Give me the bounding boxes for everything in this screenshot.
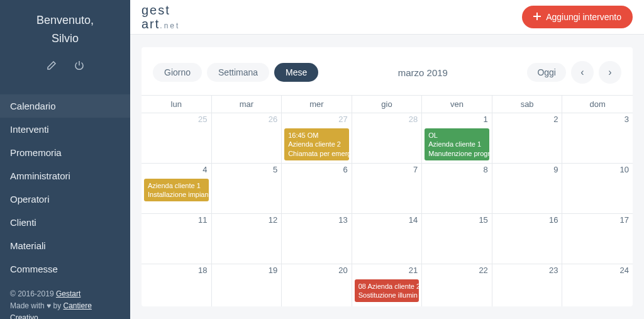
prev-button[interactable]: ‹ <box>571 61 594 84</box>
sidebar-footer: © 2016-2019 Gestart Made with ♥ by Canti… <box>0 281 130 319</box>
calendar-day[interactable]: 2 <box>492 113 563 163</box>
sidebar-item-operatori[interactable]: Operatori <box>0 187 130 211</box>
power-icon[interactable] <box>74 60 84 73</box>
event-line2: Azienda cliente 2 <box>288 140 345 148</box>
tab-week[interactable]: Settimana <box>207 63 269 82</box>
sidebar-item-clienti[interactable]: Clienti <box>0 211 130 234</box>
welcome-label: Benvenuto, <box>0 14 130 27</box>
day-number: 28 <box>409 115 418 124</box>
calendar-card: Giorno Settimana Mese marzo 2019 Oggi ‹ … <box>142 47 633 306</box>
topbar: gest art.net Aggiungi intervento <box>130 0 644 35</box>
calendar-day[interactable]: 5 <box>212 164 282 213</box>
calendar-day[interactable]: 26 <box>212 113 282 163</box>
calendar-day[interactable]: 4Azienda cliente 1Installazione impian <box>142 164 212 213</box>
today-button[interactable]: Oggi <box>527 63 566 82</box>
dow-gio: gio <box>352 96 423 113</box>
sidebar-item-calendario[interactable]: Calendario <box>0 94 130 118</box>
day-number: 12 <box>269 215 277 225</box>
add-intervention-button[interactable]: Aggiungi intervento <box>522 6 633 28</box>
day-number: 10 <box>620 165 629 174</box>
logo[interactable]: gest art.net <box>142 3 180 31</box>
welcome-block: Benvenuto, Silvio <box>0 0 130 53</box>
day-number: 8 <box>484 165 488 174</box>
calendar-day[interactable]: 16 <box>492 214 563 264</box>
calendar-week: 1819202108 Azienda cliente 2Sostituzione… <box>142 264 633 306</box>
made-with-text: Made with <box>10 301 47 310</box>
calendar-grid: lun mar mer gio ven sab dom 25262716:45 … <box>142 95 633 306</box>
day-number: 20 <box>338 266 347 275</box>
calendar-day[interactable]: 18 <box>142 264 212 306</box>
sidebar-item-commesse[interactable]: Commesse <box>0 257 130 281</box>
day-number: 25 <box>198 115 207 124</box>
calendar-day[interactable]: 24 <box>562 264 633 306</box>
sidebar-item-materiali[interactable]: Materiali <box>0 234 130 257</box>
day-number: 17 <box>620 215 629 225</box>
nav-controls: Oggi ‹ › <box>527 61 621 84</box>
event-line3: Manutenzione progr <box>428 149 486 158</box>
day-number: 27 <box>338 115 347 124</box>
day-number: 23 <box>549 266 558 275</box>
next-button[interactable]: › <box>599 61 621 84</box>
calendar-event[interactable]: OLAzienda cliente 1Manutenzione progr <box>425 128 489 160</box>
calendar-day[interactable]: 19 <box>212 264 282 306</box>
calendar-event[interactable]: 16:45 OMAzienda cliente 2Chiamata per em… <box>284 128 349 160</box>
calendar-day[interactable]: 10 <box>562 164 633 213</box>
calendar-day[interactable]: 14 <box>352 214 423 264</box>
brand-link[interactable]: Gestart <box>56 289 80 298</box>
calendar-week: 11121314151617 <box>142 214 633 264</box>
by-text: by <box>51 301 63 310</box>
day-number: 1 <box>484 115 488 124</box>
dow-sab: sab <box>492 96 563 113</box>
main: gest art.net Aggiungi intervento Giorno … <box>130 0 644 319</box>
dow-lun: lun <box>142 96 212 113</box>
calendar-day[interactable]: 2716:45 OMAzienda cliente 2Chiamata per … <box>282 113 352 163</box>
day-number: 6 <box>343 165 347 174</box>
event-line2: Installazione impian <box>148 190 205 199</box>
sidebar-item-interventi[interactable]: Interventi <box>0 118 130 141</box>
calendar-day[interactable]: 20 <box>282 264 352 306</box>
tab-month[interactable]: Mese <box>274 63 318 82</box>
logo-suffix: .net <box>160 21 180 30</box>
calendar-event[interactable]: 08 Azienda cliente 2Sostituzione illumin <box>355 279 419 303</box>
calendar-week: 25262716:45 OMAzienda cliente 2Chiamata … <box>142 113 633 164</box>
add-button-label: Aggiungi intervento <box>546 12 621 22</box>
calendar-day[interactable]: 1OLAzienda cliente 1Manutenzione progr <box>422 113 492 163</box>
sidebar-item-promemoria[interactable]: Promemoria <box>0 141 130 164</box>
calendar-day[interactable]: 6 <box>282 164 352 213</box>
event-line2: Sostituzione illumin <box>358 291 416 299</box>
view-tabs: Giorno Settimana Mese <box>153 63 318 82</box>
sidebar-item-amministratori[interactable]: Amministratori <box>0 164 130 187</box>
calendar-day[interactable]: 22 <box>422 264 492 306</box>
tab-day[interactable]: Giorno <box>153 63 202 82</box>
event-line1: 16:45 OM <box>288 132 318 139</box>
calendar-day[interactable]: 9 <box>492 164 563 213</box>
calendar-header: Giorno Settimana Mese marzo 2019 Oggi ‹ … <box>142 61 633 95</box>
logo-line2: art <box>142 17 160 31</box>
calendar-day[interactable]: 2108 Azienda cliente 2Sostituzione illum… <box>352 264 423 306</box>
copyright-text: © 2016-2019 <box>10 289 56 298</box>
event-line1: OL <box>428 132 438 139</box>
user-name: Silvio <box>0 32 130 45</box>
day-number: 3 <box>625 115 629 124</box>
dow-mar: mar <box>212 96 282 113</box>
calendar-day[interactable]: 28 <box>352 113 423 163</box>
calendar-day[interactable]: 7 <box>352 164 423 213</box>
edit-icon[interactable] <box>47 60 57 73</box>
logo-line1: gest <box>142 3 170 17</box>
day-number: 26 <box>269 115 277 124</box>
calendar-event[interactable]: Azienda cliente 1Installazione impian <box>144 179 209 202</box>
calendar-day[interactable]: 13 <box>282 214 352 264</box>
calendar-dow-row: lun mar mer gio ven sab dom <box>142 96 633 113</box>
calendar-day[interactable]: 17 <box>562 214 633 264</box>
calendar-title: marzo 2019 <box>398 67 448 78</box>
chevron-left-icon: ‹ <box>580 67 584 78</box>
day-number: 2 <box>553 115 558 124</box>
calendar-day[interactable]: 25 <box>142 113 212 163</box>
calendar-day[interactable]: 8 <box>422 164 492 213</box>
calendar-day[interactable]: 15 <box>422 214 492 264</box>
calendar-day[interactable]: 12 <box>212 214 282 264</box>
calendar-day[interactable]: 11 <box>142 214 212 264</box>
calendar-day[interactable]: 3 <box>562 113 633 163</box>
event-line2: Azienda cliente 1 <box>428 140 486 148</box>
calendar-day[interactable]: 23 <box>492 264 563 306</box>
